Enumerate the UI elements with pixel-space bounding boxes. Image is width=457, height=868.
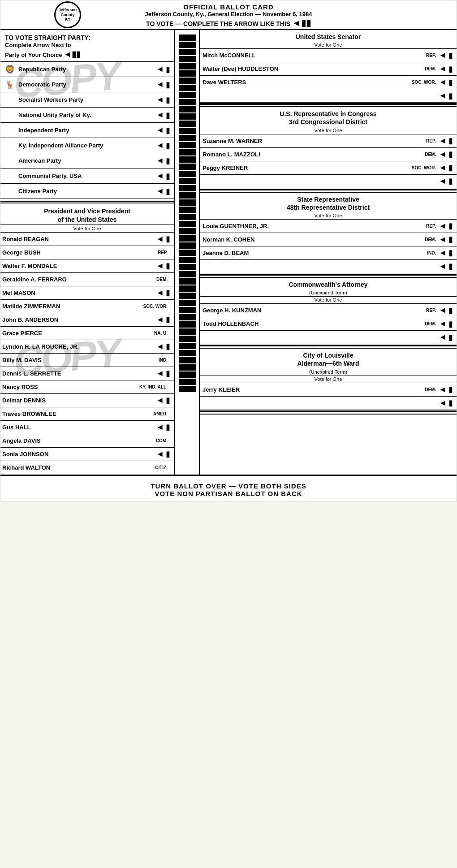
alderman-blank-arrow[interactable]: ◄ [439,398,447,408]
huddleston-arrow[interactable]: ◄ [439,64,447,73]
candidate-row-hall[interactable]: Gus HALL ◄ ▮ [0,421,174,434]
anderson-arrow[interactable]: ◄ [156,315,164,324]
candidate-row-johnson[interactable]: Sonia JOHNSON ◄ ▮ [0,448,174,461]
center-bar-3 [179,49,196,55]
candidate-row-kleier[interactable]: Jerry KLEIER DEM. ◄ ▮ [200,383,457,397]
party-arrow-fill-independent: ▮ [166,125,170,135]
mcconnell-arrow-fill: ▮ [448,51,453,60]
party-name-citizens: Citizens Party [18,188,156,194]
candidate-row-reagan[interactable]: Ronald REAGAN ◄ ▮ [0,233,174,246]
mason-arrow[interactable]: ◄ [156,288,164,298]
candidate-row-larouche[interactable]: Lyndon H. LA ROUCHE, JR. ◄ ▮ [0,340,174,354]
candidate-row-beam[interactable]: Jeanne D. BEAM IND. ◄ ▮ [200,246,457,260]
party-divider [0,200,174,203]
party-arrow-socialist[interactable]: ◄ [156,95,164,104]
candidate-row-mazzoli[interactable]: Romano L. MAZZOLI DEM. ◄ ▮ [200,148,457,161]
candidate-row-anderson[interactable]: John B. ANDERSON ◄ ▮ [0,313,174,327]
welters-arrow[interactable]: ◄ [439,78,447,87]
candidate-name-pierce: Grace PIERCE [2,330,143,337]
party-arrow-citizens[interactable]: ◄ [156,186,164,196]
rep-blank-arrow[interactable]: ◄ [439,177,447,186]
party-arrow-republican[interactable]: ◄ [156,65,164,74]
candidate-row-cohen[interactable]: Norman K. COHEN DEM. ◄ ▮ [200,233,457,246]
candidate-row-kreiner[interactable]: Peggy KREINER SOC. WOR. ◄ ▮ [200,161,457,175]
candidate-row-state-rep-blank[interactable]: ◄ ▮ [200,260,457,273]
candidate-row-huddleston[interactable]: Walter (Dee) HUDDLESTON DEM. ◄ ▮ [200,62,457,76]
party-arrow-fill-communist: ▮ [166,171,170,181]
center-bar-4 [179,56,196,62]
mazzoli-arrow-fill: ▮ [448,149,453,159]
party-row-national-unity[interactable]: National Unity Party of Ky. ◄ ▮ [0,108,174,123]
candidate-row-senator-blank[interactable]: ◄ ▮ [200,89,457,103]
candidate-name-brownlee: Traves BROWNLEE [2,410,143,417]
party-name-communist: Communist Party, USA [18,173,156,179]
candidate-row-hollenbach[interactable]: Todd HOLLENBACH DEM. ◄ ▮ [200,317,457,331]
party-row-independent[interactable]: Independent Party ◄ ▮ [0,123,174,138]
candidate-row-mason[interactable]: Mel MASON ◄ ▮ [0,286,174,300]
candidate-name-walton: Richard WALTON [2,464,143,471]
party-arrow-communist[interactable]: ◄ [156,171,164,181]
candidate-row-atty-blank[interactable]: ◄ ▮ [200,331,457,344]
candidate-row-guenthner[interactable]: Louie GUENTHNER, JR. REP. ◄ ▮ [200,220,457,233]
candidate-row-kunzman[interactable]: George H. KUNZMAN REP. ◄ ▮ [200,304,457,317]
party-row-democratic[interactable]: 🦌 Democratic Party ◄ ▮ [0,77,174,92]
hollenbach-arrow[interactable]: ◄ [439,319,447,328]
party-row-american[interactable]: American Party ◄ ▮ [0,153,174,168]
candidate-row-warner[interactable]: Suzanne M. WARNER REP. ◄ ▮ [200,134,457,148]
reagan-arrow[interactable]: ◄ [156,234,164,244]
beam-arrow[interactable]: ◄ [439,248,447,258]
center-bar-36 [179,285,196,292]
brownlee-party: AMER. [143,411,168,416]
party-name-national-unity: National Unity Party of Ky. [18,112,156,118]
candidate-row-rep-blank[interactable]: ◄ ▮ [200,175,457,188]
mazzoli-party: DEM. [411,152,436,157]
candidate-row-welters[interactable]: Dave WELTERS SOC. WOR. ◄ ▮ [200,76,457,89]
atty-blank-arrow[interactable]: ◄ [439,333,447,342]
party-row-citizens[interactable]: Citizens Party ◄ ▮ [0,184,174,199]
party-row-communist[interactable]: Communist Party, USA ◄ ▮ [0,168,174,184]
kreiner-arrow[interactable]: ◄ [439,163,447,173]
party-arrow-american[interactable]: ◄ [156,156,164,165]
warner-arrow[interactable]: ◄ [439,136,447,146]
hall-arrow[interactable]: ◄ [156,423,164,432]
candidate-row-mondale[interactable]: Walter F. MONDALE ◄ ▮ [0,259,174,273]
party-arrow-democratic[interactable]: ◄ [156,80,164,89]
party-arrow-ky-independent[interactable]: ◄ [156,141,164,150]
cohen-arrow[interactable]: ◄ [439,235,447,244]
kunzman-party: REP. [411,308,436,313]
mazzoli-arrow[interactable]: ◄ [439,150,447,159]
center-bar-20 [179,171,196,177]
party-arrow-independent[interactable]: ◄ [156,125,164,135]
mcconnell-arrow[interactable]: ◄ [439,51,447,60]
candidate-row-alderman-blank[interactable]: ◄ ▮ [200,397,457,410]
mason-arrow-fill: ▮ [166,288,170,298]
party-arrow-national-unity[interactable]: ◄ [156,110,164,120]
center-bar-40 [179,314,196,320]
candidate-name-ferraro: Geraldine A. FERRARO [2,276,143,283]
serrette-arrow[interactable]: ◄ [156,369,164,378]
candidate-row-pierce: Grace PIERCE NA. U. [0,327,174,340]
larouche-arrow[interactable]: ◄ [156,342,164,351]
kleier-arrow[interactable]: ◄ [439,385,447,394]
johnson-arrow-fill: ▮ [166,449,170,459]
dennis-arrow[interactable]: ◄ [156,396,164,405]
center-bar-24 [179,199,196,206]
mondale-arrow[interactable]: ◄ [156,261,164,271]
senator-blank-arrow[interactable]: ◄ [439,91,447,100]
us-rep-vote-for: Vote for One [200,127,457,134]
candidate-row-mcconnell[interactable]: Mitch McCONNELL REP. ◄ ▮ [200,49,457,62]
center-bar-21 [179,178,196,184]
party-row-socialist[interactable]: Socialist Workers Party ◄ ▮ [0,92,174,108]
party-row-ky-independent[interactable]: Ky. Independent Alliance Party ◄ ▮ [0,138,174,153]
commonwealth-attorney-subtitle: (Unexpired Term) [200,289,457,297]
johnson-arrow[interactable]: ◄ [156,449,164,459]
state-rep-blank-arrow[interactable]: ◄ [439,262,447,271]
kunzman-arrow[interactable]: ◄ [439,306,447,315]
candidate-name-mazzoli: Romano L. MAZZOLI [203,151,411,158]
footer-line-2: VOTE NON PARTISAN BALLOT ON BACK [0,490,457,497]
candidate-row-dennis[interactable]: Delmar DENNIS ◄ ▮ [0,394,174,407]
party-row-republican[interactable]: 🦁 Republican Party ◄ ▮ [0,62,174,77]
guenthner-arrow[interactable]: ◄ [439,221,447,231]
center-bar-50 [179,386,196,392]
candidate-row-serrette[interactable]: Dennis L. SERRETTE ◄ ▮ [0,367,174,380]
